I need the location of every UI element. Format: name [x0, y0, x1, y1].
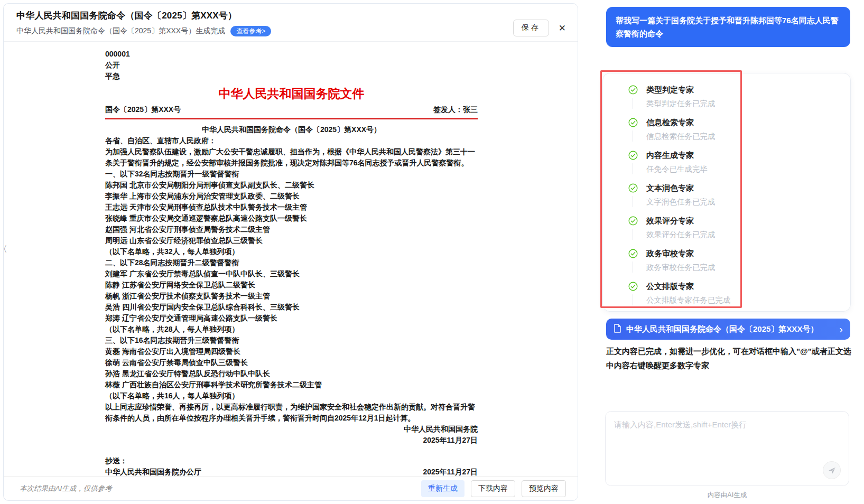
expert-name: 类型判定专家	[646, 85, 850, 95]
view-reference-button[interactable]: 查看参考>	[230, 26, 271, 36]
expert-task-item: 效果评分专家 效果评分任务已完成	[625, 216, 850, 240]
cc-label: 抄送：	[105, 455, 478, 466]
officer-line: 王志远 天津市公安局刑事侦查总队技术中队警务技术一级主管	[105, 202, 478, 213]
section-note: （以下名单略，共16人，每人单独列项）	[105, 390, 478, 402]
save-button[interactable]: 保存	[513, 20, 549, 36]
expert-name: 内容生成专家	[646, 150, 850, 161]
download-button[interactable]: 下载内容	[471, 480, 515, 497]
chevron-right-icon: ›	[839, 324, 843, 334]
regenerate-button[interactable]: 重新生成	[421, 480, 464, 497]
check-circle-icon	[628, 183, 638, 193]
chat-panel: 帮我写一篇关于国务院关于授予和晋升陈邦国等76名同志人民警察警衔的命令 类型判定…	[581, 0, 864, 504]
doc-closing-paragraph: 以上同志应珍惜荣誉、再接再厉，以更高标准履行职责，为维护国家安全和社会稳定作出新…	[105, 402, 478, 424]
officer-line: 周明远 山东省公安厅经济犯罪侦查总队三级警长	[105, 235, 478, 246]
section-name-list: 刘建军 广东省公安厅禁毒总队侦查一中队中队长、三级警长陈静 江苏省公安厅网络安全…	[105, 268, 478, 324]
view-reference-label: 查看参考>	[236, 28, 265, 34]
expert-name: 政务审校专家	[646, 248, 850, 259]
cc-date: 2025年11月27日	[423, 466, 478, 476]
doc-classification: 公开	[105, 60, 478, 71]
officer-line: 李振华 上海市公安局浦东分局治安管理支队政委、二级警长	[105, 191, 478, 202]
send-button[interactable]	[823, 461, 841, 479]
expert-status: 公文排版专家任务已完成	[646, 295, 850, 305]
doc-signer: 签发人：张三	[433, 104, 478, 115]
section-name-list: 黄磊 海南省公安厅出入境管理局四级警长徐萌 云南省公安厅禁毒局侦查中队三级警长孙…	[105, 346, 478, 390]
doc-issuer: 中华人民共和国国务院	[105, 424, 478, 435]
doc-heading: 中华人民共和国国务院命令（国令〔2025〕第XXX号）	[105, 124, 478, 135]
check-circle-icon	[628, 216, 638, 226]
doc-serial-number: 000001	[105, 49, 478, 60]
expert-task-item: 内容生成专家 任免令已生成完毕	[625, 150, 850, 175]
expert-name: 效果评分专家	[646, 216, 850, 226]
result-document-link[interactable]: 中华人民共和国国务院命令（国令〔2025〕第XXX号） ›	[606, 319, 850, 340]
ai-disclaimer: 本次结果由AI生成，仅供参考	[20, 484, 112, 493]
officer-line: 陈邦国 北京市公安局朝阳分局刑事侦查支队副支队长、二级警长	[105, 180, 478, 191]
expert-status: 信息检索任务已完成	[646, 132, 850, 142]
expert-name: 信息检索专家	[646, 117, 850, 128]
page-title: 中华人民共和国国务院命令（国令〔2025〕第XXX号）	[16, 10, 565, 22]
officer-line: 杨帆 浙江省公安厅技术侦察支队警务技术一级主管	[105, 291, 478, 302]
document-panel: 中华人民共和国国务院命令（国令〔2025〕第XXX号） 中华人民共和国国务院命令…	[3, 3, 578, 501]
doc-issue-date: 2025年11月27日	[105, 435, 478, 446]
cc-recipient: 中华人民共和国国务院办公厅	[105, 466, 201, 476]
doc-salutation: 各省、自治区、直辖市人民政府：	[105, 135, 478, 146]
check-circle-icon	[628, 282, 638, 291]
preview-button[interactable]: 预览内容	[522, 480, 566, 497]
officer-line: 林薇 广西壮族自治区公安厅刑事科学技术研究所警务技术二级主管	[105, 379, 478, 390]
check-circle-icon	[628, 249, 638, 258]
officer-line: 孙浩 黑龙江省公安厅特警总队反恐行动中队中队长	[105, 368, 478, 379]
generation-status: 中华人民共和国国务院命令（国令〔2025〕第XXX号）生成完成	[16, 26, 225, 36]
check-circle-icon	[628, 118, 638, 127]
doc-intro-paragraph: 为加强人民警察队伍建设，激励广大公安干警忠诚履职、担当作为，根据《中华人民共和国…	[105, 146, 478, 169]
result-document-title: 中华人民共和国国务院命令（国令〔2025〕第XXX号）	[626, 324, 818, 334]
officer-line: 张晓峰 重庆市公安局交通巡逻警察总队高速公路支队一级警长	[105, 213, 478, 224]
paper-plane-icon	[828, 466, 837, 475]
check-circle-icon	[628, 85, 638, 95]
section-title: 三、以下16名同志按期晋升三级警督警衔	[105, 335, 478, 346]
experts-list: 类型判定专家 类型判定任务已完成 信息检索专家 信息检索任务已完成	[625, 85, 850, 306]
close-icon[interactable]: ✕	[559, 24, 566, 33]
document-content[interactable]: 000001 公开 平急 中华人民共和国国务院文件 国令〔2025〕第XXX号 …	[4, 42, 578, 476]
assistant-hint-text: 正文内容已完成，如需进一步优化，可在对话框中输入"@"或者正文选中内容右键唤醒更…	[606, 344, 852, 372]
chat-input[interactable]	[606, 412, 849, 486]
expert-task-item: 公文排版专家 公文排版专家任务已完成	[625, 281, 850, 306]
expert-task-item: 类型判定专家 类型判定任务已完成	[625, 85, 850, 109]
section-name-list: 陈邦国 北京市公安局朝阳分局刑事侦查支队副支队长、二级警长李振华 上海市公安局浦…	[105, 180, 478, 246]
expert-status: 文字润色任务已完成	[646, 197, 850, 207]
officer-line: 郑涛 辽宁省公安厅交通管理局高速公路支队一级警长	[105, 313, 478, 324]
officer-line: 刘建军 广东省公安厅禁毒总队侦查一中队中队长、三级警长	[105, 268, 478, 279]
expert-status: 任免令已生成完毕	[646, 164, 850, 174]
collapse-panel-icon[interactable]: 〈	[0, 243, 7, 255]
document-footer: 本次结果由AI生成，仅供参考 重新生成 下载内容 预览内容	[4, 476, 578, 500]
expert-status: 类型判定任务已完成	[646, 99, 850, 109]
section-title: 二、以下28名同志按期晋升二级警督警衔	[105, 257, 478, 268]
expert-name: 公文排版专家	[646, 281, 850, 292]
user-message-bubble: 帮我写一篇关于国务院关于授予和晋升陈邦国等76名同志人民警察警衔的命令	[606, 7, 850, 47]
officer-line: 陈静 江苏省公安厅网络安全保卫总队二级警长	[105, 279, 478, 291]
expert-task-item: 信息检索专家 信息检索任务已完成	[625, 117, 850, 142]
doc-red-header: 中华人民共和国国务院文件	[105, 86, 478, 101]
check-circle-icon	[628, 151, 638, 160]
experts-progress-card: 类型判定专家 类型判定任务已完成 信息检索专家 信息检索任务已完成	[602, 73, 851, 312]
expert-status: 政务审校任务已完成	[646, 263, 850, 273]
expert-name: 文本润色专家	[646, 183, 850, 193]
red-divider	[105, 118, 478, 119]
doc-number: 国令〔2025〕第XXX号	[105, 104, 181, 115]
chat-input-box	[605, 411, 849, 486]
document-header: 中华人民共和国国务院命令（国令〔2025〕第XXX号） 中华人民共和国国务院命令…	[4, 4, 578, 42]
doc-urgency: 平急	[105, 71, 478, 82]
officer-line: 徐萌 云南省公安厅禁毒局侦查中队三级警长	[105, 357, 478, 368]
expert-task-item: 文本润色专家 文字润色任务已完成	[625, 183, 850, 208]
section-note: （以下名单略，共32人，每人单独列项）	[105, 246, 478, 257]
document-icon	[614, 324, 621, 334]
officer-line: 吴浩 四川省公安厅国内安全保卫总队综合科科长、三级警长	[105, 302, 478, 313]
ai-generated-note: 内容由AI生成	[605, 491, 849, 500]
officer-line: 黄磊 海南省公安厅出入境管理局四级警长	[105, 346, 478, 357]
section-title: 一、以下32名同志按期晋升一级警督警衔	[105, 169, 478, 180]
officer-line: 赵国强 河北省公安厅刑事侦查局警务技术二级主管	[105, 224, 478, 235]
expert-status: 效果评分任务已完成	[646, 230, 850, 240]
app: 中华人民共和国国务院命令（国令〔2025〕第XXX号） 中华人民共和国国务院命令…	[0, 0, 864, 504]
section-note: （以下名单略，共28人，每人单独列项）	[105, 324, 478, 335]
expert-task-item: 政务审校专家 政务审校任务已完成	[625, 248, 850, 273]
